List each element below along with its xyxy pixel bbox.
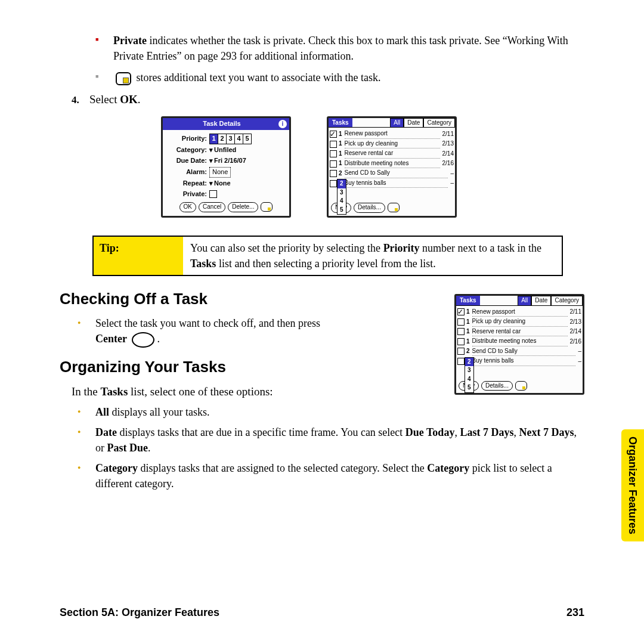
priority-popup: 2 3 4 5	[337, 179, 346, 215]
tip-box: Tip: You can also set the priority by se…	[92, 236, 563, 276]
task-row: 2Send CD to Sally–	[330, 169, 454, 178]
private-text: indicates whether the task is private. C…	[113, 35, 568, 62]
task-row: 1Buy tennis balls–	[457, 357, 581, 366]
tip-text: You can also set the priority by selecti…	[183, 237, 562, 275]
task-row: 2Send CD to Sally–	[457, 347, 581, 357]
td-title: Task Details	[165, 119, 278, 129]
sub-bullets-top: Private indicates whether the task is pr…	[60, 33, 584, 64]
step-4: 4. Select OK.	[72, 91, 584, 108]
task-row: 1Distribute meeting notes2/16	[330, 159, 454, 169]
step-number: 4.	[72, 93, 89, 108]
sub-bullets-note: stores additional text you want to assoc…	[60, 70, 584, 85]
ok-button: OK	[179, 202, 196, 212]
task-details-screenshot: Task Details i Priority: 1 2 3 4 5 Categ…	[161, 116, 291, 218]
note-icon	[388, 203, 400, 212]
step-text: Select OK.	[89, 91, 141, 108]
tip-label: Tip:	[94, 237, 183, 275]
delete-button: Delete...	[228, 202, 258, 212]
note-text: stores additional text you want to assoc…	[134, 72, 380, 83]
note-icon	[261, 202, 273, 212]
bullet-note: stores additional text you want to assoc…	[95, 70, 584, 85]
private-label: Private	[113, 35, 147, 47]
check-bullets: Select the task you want to check off, a…	[60, 315, 584, 348]
side-tab: Organizer Features	[621, 429, 644, 541]
footer-page: 231	[566, 605, 584, 620]
details-button: Details...	[354, 203, 385, 213]
note-icon	[515, 381, 527, 391]
task-row: 1Pick up dry cleaning2/13	[330, 140, 454, 149]
note-icon	[116, 72, 131, 85]
center-button-icon	[132, 332, 154, 348]
check-bullet: Select the task you want to check off, a…	[78, 315, 584, 348]
cancel-button: Cancel	[199, 202, 225, 212]
tasks-list-screenshot: Tasks All Date Category 1Renew passport2…	[327, 116, 457, 218]
task-row: 1Reserve rental car2/14	[330, 149, 454, 159]
bullet-private: Private indicates whether the task is pr…	[95, 33, 584, 64]
details-button: Details...	[481, 381, 513, 391]
task-row: 1Buy tennis balls–	[330, 179, 454, 188]
page-footer: Section 5A: Organizer Features 231	[60, 605, 584, 620]
priority-selector: 1 2 3 4 5	[209, 134, 252, 144]
priority-popup: 2 3 4 5	[465, 357, 474, 393]
info-icon: i	[278, 120, 287, 128]
private-checkbox	[209, 190, 217, 198]
task-row: 1Renew passport2/11	[330, 129, 454, 139]
footer-section: Section 5A: Organizer Features	[60, 605, 219, 620]
org-bullets: All displays all your tasks. Date displa…	[60, 404, 584, 491]
